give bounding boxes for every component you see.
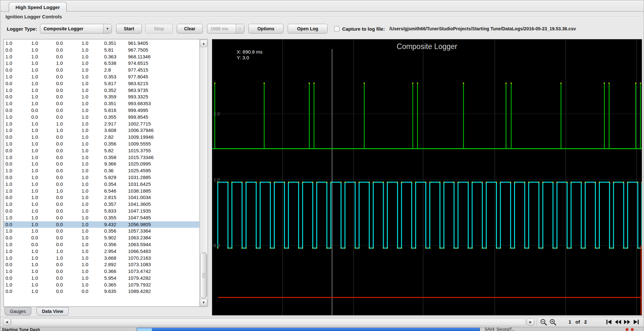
table-row[interactable]: 1.01.01.01.02.9171002.7715 xyxy=(4,121,199,127)
logger-type-select[interactable]: Composite Logger ▼ xyxy=(40,24,112,34)
table-row[interactable]: 1.00.00.01.00.3561063.5944 xyxy=(4,241,199,248)
table-row[interactable]: 0.01.00.01.05.8291031.2885 xyxy=(4,174,199,181)
table-cell: 0.0 xyxy=(31,241,38,248)
scroll-down-icon[interactable]: ▼ xyxy=(200,299,207,306)
open-log-button[interactable]: Open Log xyxy=(288,24,328,34)
composite-logger-chart[interactable]: 2.01.00.0Composite LoggerX: 890.8 msY: 3… xyxy=(212,39,642,316)
table-row[interactable]: 1.01.01.01.02.9541066.5483 xyxy=(4,248,199,255)
table-row[interactable]: 1.01.00.01.00.361025.4595 xyxy=(4,167,199,174)
table-cell: 993.68353 xyxy=(128,100,151,107)
panel-title: Ignition Logger Controls xyxy=(5,14,62,19)
last-page-icon[interactable] xyxy=(632,318,640,326)
table-cell: 1.0 xyxy=(82,174,88,181)
table-row[interactable]: 1.01.00.01.00.3561009.5555 xyxy=(4,141,199,147)
table-row[interactable]: 1.01.00.01.00.352983.9735 xyxy=(4,87,199,94)
scroll-right-icon[interactable]: ▶ xyxy=(527,318,534,326)
table-row[interactable]: 0.01.00.01.05.821015.3755 xyxy=(4,147,199,154)
table-cell: 1.0 xyxy=(31,40,38,47)
table-row[interactable]: 0.01.00.01.05.9541079.4282 xyxy=(4,275,199,282)
table-row[interactable]: 1.01.01.01.06.5461038.1885 xyxy=(4,188,199,195)
table-row[interactable]: 0.01.00.01.02.8977.4515 xyxy=(4,67,199,74)
table-row[interactable]: 1.01.00.01.00.351993.68353 xyxy=(4,100,199,107)
next-page-icon[interactable] xyxy=(623,318,631,326)
interval-select[interactable]: 1000 ms ▼ xyxy=(207,24,244,34)
clear-button[interactable]: Clear xyxy=(177,24,203,34)
tab-gauges[interactable]: Gauges xyxy=(5,307,31,316)
capture-to-log-checkbox[interactable] xyxy=(334,26,340,32)
table-row[interactable]: 1.01.00.01.00.3581015.73346 xyxy=(4,154,199,161)
table-cell: 0.0 xyxy=(56,268,63,275)
table-row[interactable]: 1.01.00.01.00.3541031.6425 xyxy=(4,181,199,188)
table-cell: 1.0 xyxy=(82,241,88,248)
table-cell: 1.0 xyxy=(56,255,63,262)
table-row[interactable]: 0.01.00.01.02.821009.19946 xyxy=(4,134,199,141)
table-cell: 0.0 xyxy=(5,174,12,181)
table-cell: 1063.5944 xyxy=(128,241,151,248)
table-cell: 1038.1885 xyxy=(128,188,151,195)
table-cell: 0.0 xyxy=(5,94,12,100)
start-button[interactable]: Start xyxy=(116,24,142,34)
table-row[interactable]: 1.01.00.01.00.363968.11346 xyxy=(4,54,199,60)
table-row[interactable]: 1.01.01.01.06.538974.6515 xyxy=(4,60,199,67)
table-row[interactable]: 1.01.00.01.00.353977.8045 xyxy=(4,74,199,80)
first-page-icon[interactable] xyxy=(605,318,613,326)
table-cell: 999.4995 xyxy=(128,107,148,114)
table-row[interactable]: 0.01.00.01.05.81967.7505 xyxy=(4,47,199,54)
table-cell: 1.0 xyxy=(82,282,88,288)
table-row[interactable]: 1.01.00.01.00.3571041.3605 xyxy=(4,201,199,208)
table-row[interactable]: 1.00.00.01.00.355999.8545 xyxy=(4,114,199,121)
table-cell: 1.0 xyxy=(82,261,88,268)
table-cell: 5.816 xyxy=(104,107,116,114)
table-cell: 1.0 xyxy=(5,40,12,47)
table-cell: 5.833 xyxy=(104,208,116,215)
chart-grid xyxy=(212,39,642,315)
scrollbar-thumb[interactable] xyxy=(200,252,207,298)
table-row[interactable]: 0.01.00.00.09.6351089.4282 xyxy=(4,288,199,295)
table-row[interactable]: 0.01.00.01.02.8151041.0034 xyxy=(4,194,199,201)
scroll-left-icon[interactable]: ◀ xyxy=(3,318,11,326)
table-row[interactable]: 0.01.00.01.09.4321056.9805 xyxy=(4,221,199,228)
table-row[interactable]: 0.01.00.01.09.359993.3325 xyxy=(4,94,199,100)
table-row[interactable]: 0.00.00.01.05.9021063.2384 xyxy=(4,235,199,241)
table-cell: 1066.5483 xyxy=(128,248,151,255)
split-pane-divider[interactable] xyxy=(209,39,212,307)
table-cell: 1.0 xyxy=(5,74,12,80)
table-cell: 993.3325 xyxy=(128,94,148,100)
table-cell: 0.355 xyxy=(104,114,116,121)
table-cell: 1.0 xyxy=(31,215,38,221)
tab-high-speed-logger[interactable]: High Speed Logger xyxy=(9,2,67,12)
table-vertical-scrollbar[interactable]: ▲ ▼ xyxy=(199,39,208,306)
table-cell: 5.954 xyxy=(104,275,116,282)
table-row[interactable]: 1.01.00.01.00.3661073.4742 xyxy=(4,268,199,275)
table-row[interactable]: 1.01.00.01.00.3551047.5485 xyxy=(4,215,199,221)
table-row[interactable]: 1.01.01.01.03.6081006.37946 xyxy=(4,127,199,134)
table-row[interactable]: 0.01.00.01.05.8331047.1935 xyxy=(4,208,199,215)
options-button[interactable]: Options xyxy=(248,24,283,34)
table-cell: 1.0 xyxy=(31,201,38,208)
table-cell: 1.0 xyxy=(82,275,88,282)
table-cell: 1.0 xyxy=(82,228,88,235)
table-row[interactable]: 1.01.01.01.03.6681070.2163 xyxy=(4,255,199,262)
table-row[interactable]: 0.01.00.01.05.817983.6215 xyxy=(4,80,199,87)
table-cell: 6.546 xyxy=(104,188,116,195)
zoom-out-icon[interactable] xyxy=(540,318,548,326)
table-row[interactable]: 1.01.00.01.00.351961.9405 xyxy=(4,40,199,47)
table-row[interactable]: 1.01.00.01.00.3561057.3364 xyxy=(4,228,199,235)
table-cell: 1.0 xyxy=(82,161,88,167)
status-dot-icon xyxy=(626,328,629,331)
table-cell: 1.0 xyxy=(82,147,88,154)
stop-button[interactable]: Stop xyxy=(145,24,173,34)
scroll-up-icon[interactable]: ▲ xyxy=(200,40,207,47)
zoom-in-icon[interactable] xyxy=(549,318,557,326)
table-row[interactable]: 0.00.00.01.05.816999.4995 xyxy=(4,107,199,114)
previous-page-icon[interactable] xyxy=(614,318,622,326)
table-row[interactable]: 0.01.00.01.09.3661025.0995 xyxy=(4,161,199,167)
table-cell: 1.0 xyxy=(82,194,88,201)
table-cell: 1.0 xyxy=(82,74,88,80)
table-cell: 5.829 xyxy=(104,174,116,181)
horizontal-scrollbar-track[interactable] xyxy=(11,318,526,326)
table-row[interactable]: 0.01.00.01.02.8921073.1083 xyxy=(4,261,199,268)
tab-data-view[interactable]: Data View xyxy=(36,307,69,316)
table-row[interactable]: 1.01.00.01.00.3651079.7932 xyxy=(4,282,199,288)
table-cell: 0.0 xyxy=(56,221,63,228)
